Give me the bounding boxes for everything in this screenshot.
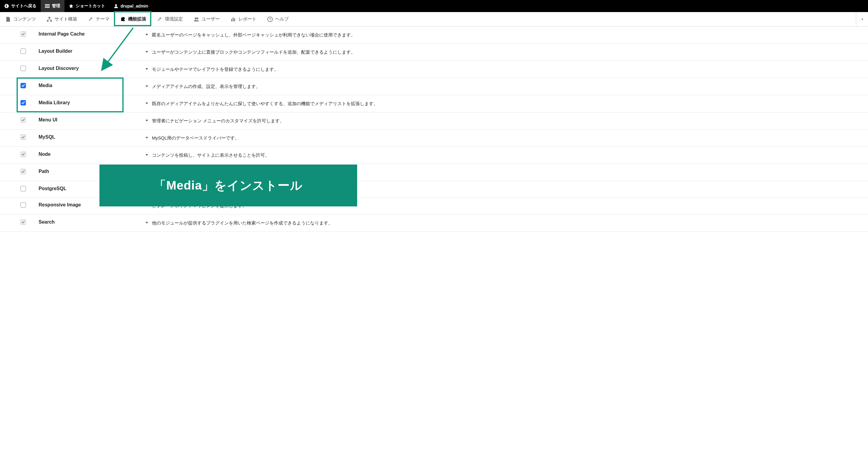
admin-nav: コンテンツ サイト構築 テーマ 機能拡張 環境設定 ユーザー レポート ? ヘル xyxy=(0,12,868,27)
puzzle-icon xyxy=(120,17,126,22)
module-name: Node xyxy=(36,147,145,162)
tab-extend-label: 機能拡張 xyxy=(128,16,146,22)
module-checkbox-internal-page-cache xyxy=(21,31,26,37)
module-name: Menu UI xyxy=(36,112,145,127)
module-name: Layout Discovery xyxy=(36,61,145,76)
module-row-layout-builder: Layout Builderユーザーがコンテンツ上に直接ブロックやコンテンツフィ… xyxy=(0,44,868,61)
tab-structure-label: サイト構築 xyxy=(55,16,77,22)
module-name: Layout Builder xyxy=(36,44,145,59)
tab-content-label: コンテンツ xyxy=(13,16,36,22)
svg-text:?: ? xyxy=(269,18,271,21)
people-icon xyxy=(194,17,199,22)
module-row-node: Nodeコンテンツを投稿し、サイト上に表示させることを許可。 xyxy=(0,147,868,164)
module-row-search: Search他のモジュールが提供するプラグインを用いた検索ページを作成できるよう… xyxy=(0,215,868,232)
topbar: サイトへ戻る 管理 ショートカット drupal_admin xyxy=(0,0,868,12)
tab-appearance[interactable]: テーマ xyxy=(83,12,115,27)
module-name: Media xyxy=(36,78,145,93)
chevron-down-icon[interactable] xyxy=(145,31,149,37)
module-desc: ユーザーがコンテンツ上に直接ブロックやコンテンツフィールドを追加、配置できるよう… xyxy=(152,49,856,56)
svg-rect-2 xyxy=(45,6,50,7)
module-desc: 匿名ユーザーのページをキャッシュし、外部ページキャッシュが利用できない場合に使用… xyxy=(152,31,856,39)
tab-appearance-label: テーマ xyxy=(96,16,110,22)
question-icon: ? xyxy=(267,17,273,22)
module-desc: コンテンツを投稿し、サイト上に表示させることを許可。 xyxy=(152,152,856,159)
module-checkbox-node xyxy=(21,152,26,157)
module-checkbox-path xyxy=(21,169,26,174)
module-row-media-library: Media Library既存のメディアアイテムをよりかんたんに探して使いやすく… xyxy=(0,95,868,112)
module-row-menu-ui: Menu UI管理者にナビゲーション メニューのカスタマイズを許可します。 xyxy=(0,112,868,130)
module-checkbox-layout-builder[interactable] xyxy=(21,49,26,54)
hamburger-icon xyxy=(45,4,50,8)
module-checkbox-postgresql[interactable] xyxy=(21,186,26,191)
svg-rect-7 xyxy=(50,20,52,22)
svg-rect-10 xyxy=(231,19,232,22)
manage-label: 管理 xyxy=(52,3,60,9)
svg-rect-3 xyxy=(45,7,50,8)
chevron-down-icon[interactable] xyxy=(145,83,149,88)
module-name: Search xyxy=(36,215,145,230)
chevron-down-icon[interactable] xyxy=(145,66,149,71)
annotation-banner-text: 「Media」をインストール xyxy=(154,177,303,194)
module-row-internal-page-cache: Internal Page Cache匿名ユーザーのページをキャッシュし、外部ペ… xyxy=(0,27,868,44)
svg-point-4 xyxy=(115,4,117,6)
module-name: Internal Page Cache xyxy=(36,27,145,41)
chevron-down-icon[interactable] xyxy=(145,219,149,225)
user-label: drupal_admin xyxy=(121,4,148,8)
collapse-toolbar[interactable] xyxy=(856,12,868,27)
module-row-mysql: MySQLMySQL用のデータベースドライバーです。 xyxy=(0,130,868,147)
chevron-down-icon[interactable] xyxy=(145,117,149,123)
chevron-down-icon[interactable] xyxy=(145,152,149,157)
user-menu[interactable]: drupal_admin xyxy=(110,0,153,12)
wrench-icon xyxy=(88,17,93,22)
svg-rect-6 xyxy=(47,20,49,22)
tab-content[interactable]: コンテンツ xyxy=(0,12,41,27)
module-name: MySQL xyxy=(36,130,145,144)
chevron-down-icon[interactable] xyxy=(145,49,149,54)
module-row-layout-discovery: Layout Discoveryモジュールやテーマでレイアウトを登録できるように… xyxy=(0,61,868,78)
collapse-icon xyxy=(860,17,865,22)
tab-config-label: 環境設定 xyxy=(165,16,183,22)
tab-reports[interactable]: レポート xyxy=(225,12,262,27)
svg-rect-1 xyxy=(45,4,50,5)
structure-icon xyxy=(47,17,52,22)
shortcuts[interactable]: ショートカット xyxy=(64,0,110,12)
svg-point-8 xyxy=(195,18,196,19)
tab-people-label: ユーザー xyxy=(202,16,220,22)
tab-help-label: ヘルプ xyxy=(275,16,289,22)
tab-structure[interactable]: サイト構築 xyxy=(41,12,83,27)
module-desc: 既存のメディアアイテムをよりかんたんに探して使いやすくする、追加の機能でメディア… xyxy=(152,100,856,107)
wrench2-icon xyxy=(157,17,162,22)
file-icon xyxy=(5,17,11,22)
module-desc: 管理者にナビゲーション メニューのカスタマイズを許可します。 xyxy=(152,117,856,124)
module-list: Internal Page Cache匿名ユーザーのページをキャッシュし、外部ペ… xyxy=(0,27,868,244)
person-icon xyxy=(114,4,119,8)
svg-point-9 xyxy=(196,18,198,19)
module-desc: モジュールやテーマでレイアウトを登録できるようにします。 xyxy=(152,66,856,73)
svg-rect-11 xyxy=(233,18,234,22)
module-checkbox-media[interactable] xyxy=(21,83,26,88)
module-checkbox-menu-ui xyxy=(21,117,26,123)
module-checkbox-search xyxy=(21,219,26,225)
tab-extend[interactable]: 機能拡張 xyxy=(115,12,152,27)
svg-rect-12 xyxy=(234,19,235,22)
tab-config[interactable]: 環境設定 xyxy=(152,12,188,27)
svg-rect-5 xyxy=(49,17,50,19)
back-to-site-label: サイトへ戻る xyxy=(11,3,36,9)
module-desc: MySQL用のデータベースドライバーです。 xyxy=(152,134,856,141)
module-checkbox-responsive-image[interactable] xyxy=(21,202,26,207)
back-to-site[interactable]: サイトへ戻る xyxy=(0,0,41,12)
star-icon xyxy=(69,4,73,8)
module-row-media: Mediaメディアアイテムの作成、設定、表示を管理します。 xyxy=(0,78,868,95)
chevron-down-icon[interactable] xyxy=(145,100,149,105)
module-checkbox-media-library[interactable] xyxy=(21,100,26,105)
module-checkbox-mysql xyxy=(21,134,26,140)
tab-help[interactable]: ? ヘルプ xyxy=(262,12,294,27)
module-checkbox-layout-discovery[interactable] xyxy=(21,66,26,71)
chevron-down-icon[interactable] xyxy=(145,134,149,140)
bars-icon xyxy=(230,17,236,22)
manage-toggle[interactable]: 管理 xyxy=(41,0,64,12)
arrow-left-icon xyxy=(4,4,9,8)
svg-point-0 xyxy=(4,4,9,8)
tab-reports-label: レポート xyxy=(239,16,256,22)
tab-people[interactable]: ユーザー xyxy=(188,12,225,27)
